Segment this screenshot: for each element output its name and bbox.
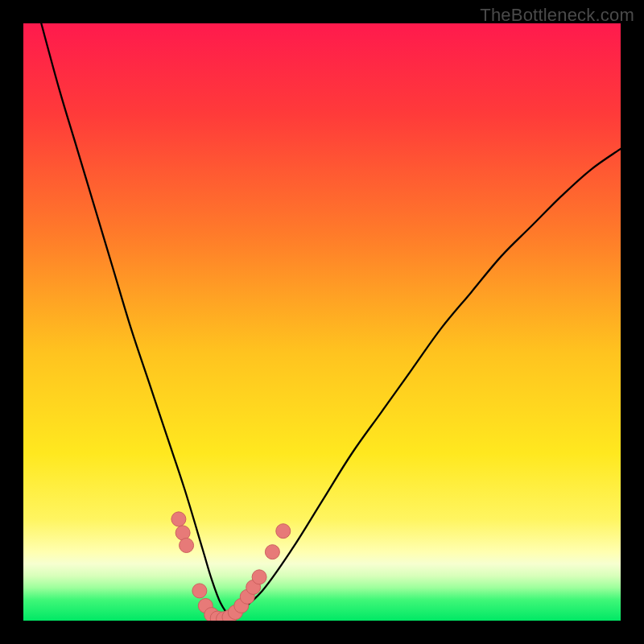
data-marker	[171, 512, 186, 526]
data-marker	[192, 584, 207, 598]
bottleneck-curve	[41, 23, 621, 616]
chart-svg	[23, 23, 621, 621]
plot-area	[23, 23, 621, 621]
data-marker	[180, 539, 194, 553]
chart-frame: TheBottleneck.com	[0, 0, 644, 644]
data-marker	[265, 545, 279, 559]
data-marker	[252, 570, 266, 584]
data-marker	[276, 524, 291, 539]
watermark-text: TheBottleneck.com	[480, 5, 634, 26]
